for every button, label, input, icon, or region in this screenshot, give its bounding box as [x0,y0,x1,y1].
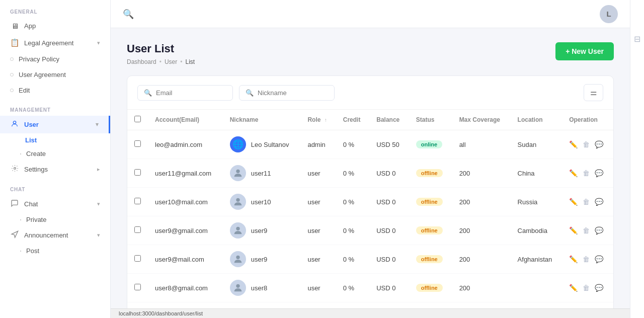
chat-icon[interactable]: 💬 [595,140,603,148]
location-cell: China [511,159,562,188]
row-checkbox-cell [127,130,148,159]
delete-icon[interactable]: 🗑 [583,226,590,234]
row-checkbox[interactable] [134,226,141,233]
operation-cell: ✏️ 🗑 💬 [562,130,613,159]
edit-icon[interactable]: ✏️ [569,140,578,148]
sidebar-item-create[interactable]: Create [0,147,110,161]
page-title: User List [127,42,195,55]
breadcrumb-user[interactable]: User [165,58,177,65]
chat-icon[interactable]: 💬 [595,169,603,177]
email-cell: leo@admin.com [148,130,223,159]
avatar [230,165,246,181]
balance-cell: USD 0 [369,188,409,216]
sidebar-item-announcement[interactable]: Announcement ▾ [0,226,110,244]
sidebar-item-app[interactable]: 🖥 App [0,18,110,34]
col-role[interactable]: Role ↑ [300,110,336,130]
nickname-cell: user10 [223,188,301,216]
row-checkbox-cell [127,188,148,216]
edit-icon[interactable]: ✏️ [569,284,578,292]
credit-cell: 0 % [336,159,369,188]
sidebar-item-list[interactable]: List [0,133,110,147]
avatar: L [600,5,618,23]
select-all-checkbox[interactable] [134,116,141,122]
row-checkbox[interactable] [134,140,141,147]
sidebar-item-label: Privacy Policy [19,55,59,63]
sidebar-item-user[interactable]: User ▾ [0,116,110,133]
sidebar-item-label: Announcement [24,231,68,239]
chevron-down-icon: ▾ [96,121,99,128]
sidebar-item-legal-agreement[interactable]: 📋 Legal Agreement ▾ [0,34,110,51]
status-cell: offline [409,216,452,245]
chat-icon[interactable]: 💬 [595,198,603,206]
row-checkbox[interactable] [134,255,141,262]
max-coverage-cell: 200 [452,188,511,216]
role-cell: user [300,274,336,302]
dot-icon [10,73,14,76]
row-checkbox[interactable] [134,169,141,176]
status-badge: offline [416,169,443,177]
breadcrumb: Dashboard • User • List [127,58,195,65]
edit-icon[interactable]: ✏️ [569,226,578,234]
sidebar-item-label: User Agreement [19,71,66,78]
chat-icon[interactable]: 💬 [595,226,603,234]
breadcrumb-dashboard[interactable]: Dashboard [127,58,156,65]
sidebar-section-management: MANAGEMENT [0,98,110,116]
nickname-search-icon: 🔍 [246,89,254,97]
credit-cell: 0 % [336,130,369,159]
operation-cell: ✏️ 🗑 💬 [562,188,613,216]
svg-point-5 [236,256,239,259]
delete-icon[interactable]: 🗑 [583,198,590,206]
credit-cell: 0 % [336,216,369,245]
sidebar-item-post[interactable]: Post [0,244,110,258]
sidebar-item-label: Settings [24,166,48,173]
credit-cell: 0 % [336,245,369,274]
credit-cell: 0 % [336,302,369,309]
sidebar-item-chat[interactable]: Chat ▾ [0,195,110,213]
row-checkbox[interactable] [134,198,141,204]
breadcrumb-sep-2: • [180,58,182,65]
location-cell: Sudan [511,130,562,159]
delete-icon[interactable]: 🗑 [583,255,590,263]
sidebar-item-user-agreement[interactable]: User Agreement [0,67,110,83]
delete-icon[interactable]: 🗑 [583,284,590,292]
nickname-cell: user11 [223,159,301,188]
svg-point-6 [236,284,239,288]
sidebar-item-privacy-policy[interactable]: Privacy Policy [0,51,110,67]
sidebar-item-edit[interactable]: Edit [0,83,110,98]
max-coverage-cell: 200 [452,302,511,309]
avatar [230,251,246,267]
chat-icon[interactable]: 💬 [595,255,603,263]
sliders-icon[interactable]: ⊟ [634,30,640,48]
nickname-input[interactable] [258,89,328,97]
announcement-icon [10,230,19,240]
sidebar-item-private[interactable]: Private [0,213,110,226]
col-email: Account(Email) [148,110,223,130]
table-row: user10@mail.com user10 user 0 % USD 0 of… [127,188,613,216]
credit-cell: 0 % [336,274,369,302]
sidebar-item-settings[interactable]: Settings ▸ [0,161,110,178]
email-cell: user10@mail.com [148,188,223,216]
status-badge: offline [416,284,443,292]
dot-icon [20,153,21,154]
svg-point-1 [14,168,16,170]
row-checkbox[interactable] [134,284,141,290]
operation-cell: ✏️ 🗑 💬 [562,159,613,188]
email-input[interactable] [156,89,226,97]
edit-icon[interactable]: ✏️ [569,255,578,263]
operation-cell: ✏️ 🗑 💬 [562,274,613,302]
new-user-button[interactable]: + New User [555,42,614,60]
edit-icon[interactable]: ✏️ [569,169,578,177]
search-icon[interactable]: 🔍 [123,9,134,20]
delete-icon[interactable]: 🗑 [583,169,590,177]
role-cell: user [300,188,336,216]
nickname-cell: 🌐 Leo Sultanov [223,130,301,159]
table-row: user7@gmail.com user7 user 0 % USD 0 off… [127,302,613,309]
filter-options-button[interactable]: ⚌ [584,84,603,101]
select-all-header [127,110,148,130]
role-cell: user [300,245,336,274]
main-content: 🔍 L User List Dashboard • User • List + … [111,0,630,318]
chat-icon[interactable]: 💬 [595,284,603,292]
delete-icon[interactable]: 🗑 [583,140,590,148]
sidebar-item-label: Edit [19,87,30,94]
edit-icon[interactable]: ✏️ [569,198,578,206]
